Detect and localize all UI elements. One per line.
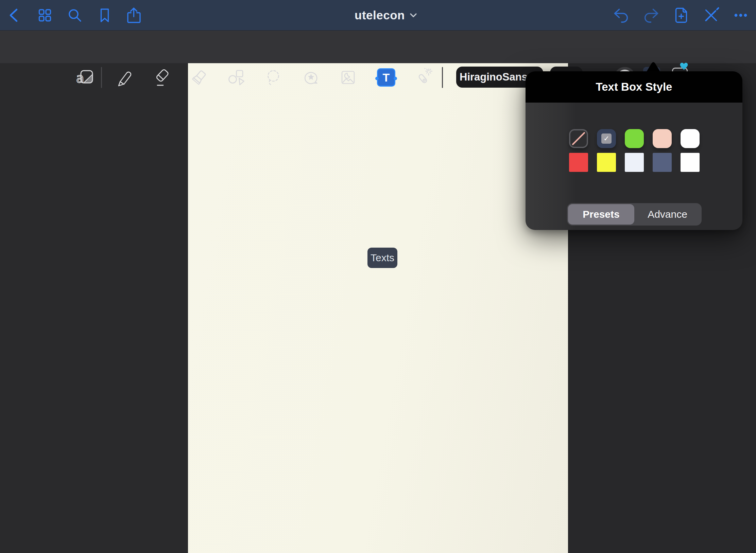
highlighter-icon (190, 68, 209, 87)
selection-handle-left (375, 77, 379, 80)
pen-crossed-icon (702, 6, 721, 25)
color-swatch-ice-blue[interactable] (625, 153, 644, 172)
text-tool-selected[interactable]: T (377, 68, 395, 87)
style-swatch-white[interactable] (681, 129, 700, 148)
canvas-text-box[interactable]: Texts (367, 248, 397, 268)
image-tool[interactable] (338, 67, 358, 88)
bookmark-button[interactable] (95, 5, 115, 25)
tab-advance[interactable]: Advance (634, 204, 701, 225)
text-tool-glyph: T (383, 71, 390, 84)
image-icon (339, 68, 358, 87)
style-swatch-green[interactable] (625, 129, 644, 148)
shapes-tool[interactable] (226, 67, 246, 88)
back-chevron-icon (5, 6, 24, 25)
selection-handle-right (394, 77, 397, 80)
canvas-text: Texts (371, 252, 394, 264)
lasso-icon (264, 68, 283, 87)
sticker-star-icon (302, 68, 321, 87)
popover-body: ✓ Presets Advance (526, 103, 742, 230)
toolbar-divider (442, 67, 443, 88)
add-page-icon (672, 6, 691, 25)
pen-icon (115, 68, 134, 87)
back-button[interactable] (5, 5, 24, 25)
popover-card: Text Box Style ✓ Presets (526, 71, 742, 230)
disable-pen-button[interactable] (701, 5, 721, 25)
style-swatch-none[interactable] (569, 129, 588, 148)
style-swatch-selected[interactable]: ✓ (597, 129, 616, 148)
add-page-button[interactable] (671, 5, 691, 25)
popover-title: Text Box Style (596, 81, 672, 93)
color-swatch-white[interactable] (681, 153, 700, 172)
tab-presets[interactable]: Presets (568, 204, 634, 225)
sticker-tool[interactable] (301, 67, 321, 88)
undo-icon (612, 6, 631, 25)
share-button[interactable] (124, 5, 144, 25)
tool-bar: a (0, 31, 756, 63)
search-icon (65, 6, 84, 25)
more-button[interactable] (731, 5, 751, 25)
popup-tabs: Presets Advance (567, 203, 702, 226)
shapes-icon (226, 68, 245, 87)
redo-button[interactable] (641, 5, 661, 25)
lasso-tool[interactable] (263, 67, 284, 88)
popover-caret (640, 62, 666, 72)
page-panel-tool[interactable]: a (75, 67, 96, 88)
title-chevron-down-icon (410, 13, 417, 18)
top-navigation-bar: utelecon (0, 0, 756, 31)
color-swatch-red[interactable] (569, 153, 588, 172)
laser-pointer-icon (413, 67, 433, 88)
pen-tool[interactable] (114, 67, 135, 88)
color-swatch-slate-blue[interactable] (653, 153, 672, 172)
page-title: utelecon (355, 8, 405, 22)
page-panel-icon: a (75, 67, 96, 88)
document-title-button[interactable]: utelecon (335, 0, 437, 31)
search-button[interactable] (65, 5, 85, 25)
grid-thumbnails-icon (35, 6, 54, 25)
popover-header: Text Box Style (526, 71, 742, 103)
eraser-icon (152, 68, 171, 87)
thumbnails-button[interactable] (35, 5, 55, 25)
color-swatch-yellow[interactable] (597, 153, 616, 172)
eraser-tool[interactable] (151, 67, 172, 88)
redo-icon (641, 6, 660, 25)
toolbar-divider (101, 67, 102, 88)
bookmark-icon (95, 6, 114, 25)
canvas-margin-left (0, 63, 188, 553)
svg-text:a: a (76, 71, 84, 86)
text-box-style-popover: Text Box Style ✓ Presets (526, 62, 742, 230)
undo-button[interactable] (612, 5, 631, 25)
laser-pointer-tool[interactable] (413, 67, 433, 88)
more-ellipsis-icon (731, 6, 750, 25)
note-page[interactable] (188, 63, 568, 553)
highlighter-tool[interactable] (189, 67, 209, 88)
style-swatch-peach[interactable] (653, 129, 672, 148)
checkmark-icon: ✓ (601, 133, 612, 144)
share-icon (124, 6, 143, 25)
